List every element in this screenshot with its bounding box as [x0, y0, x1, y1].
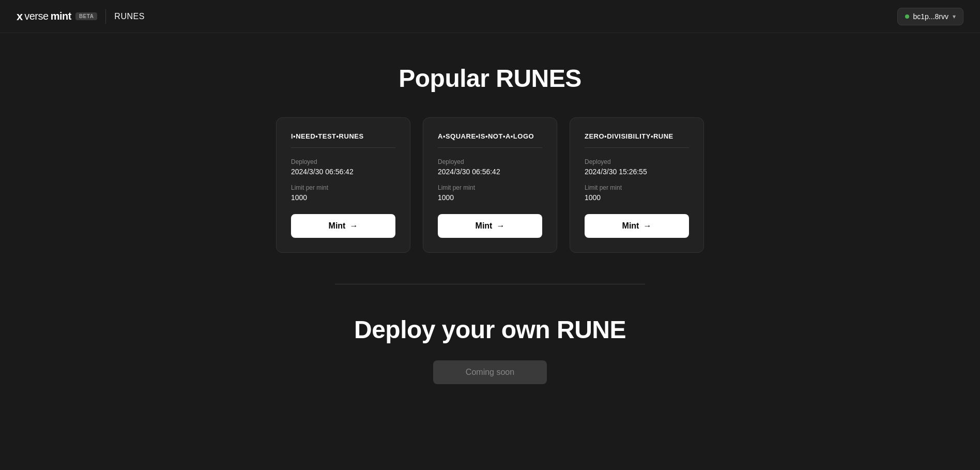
logo-verse: verse	[24, 10, 48, 22]
rune-card-1: A•SQUARE•IS•NOT•A•LOGO Deployed 2024/3/3…	[423, 117, 557, 253]
runes-cards-grid: I•NEED•TEST•RUNES Deployed 2024/3/30 06:…	[276, 117, 704, 253]
deployed-label-0: Deployed	[291, 158, 395, 165]
nav-runes-label: RUNES	[114, 12, 145, 21]
card-divider-0	[291, 147, 395, 148]
deployed-label-1: Deployed	[438, 158, 542, 165]
card-deployed-field-2: Deployed 2024/3/30 15:26:55	[585, 158, 689, 176]
main-content: Popular RUNES I•NEED•TEST•RUNES Deployed…	[0, 33, 980, 415]
chevron-down-icon: ▾	[953, 13, 956, 20]
card-deployed-field-0: Deployed 2024/3/30 06:56:42	[291, 158, 395, 176]
mint-button-label-0: Mint	[329, 221, 346, 231]
rune-card-2: ZERO•DIVISIBILITY•RUNE Deployed 2024/3/3…	[570, 117, 704, 253]
logo-area: xverse mint BETA	[17, 10, 97, 23]
card-deployed-field-1: Deployed 2024/3/30 06:56:42	[438, 158, 542, 176]
rune-card-0: I•NEED•TEST•RUNES Deployed 2024/3/30 06:…	[276, 117, 410, 253]
card-name-2: ZERO•DIVISIBILITY•RUNE	[585, 132, 689, 140]
limit-value-2: 1000	[585, 193, 689, 202]
deployed-date-2: 2024/3/30 15:26:55	[585, 168, 689, 176]
mint-button-1[interactable]: Mint →	[438, 214, 542, 238]
deploy-title: Deploy your own RUNE	[354, 315, 626, 344]
popular-runes-title: Popular RUNES	[399, 64, 581, 93]
wallet-status-dot	[905, 14, 909, 19]
limit-label-0: Limit per mint	[291, 184, 395, 191]
arrow-icon-2: →	[643, 221, 651, 231]
logo-text: xverse mint	[17, 10, 71, 23]
card-divider-1	[438, 147, 542, 148]
card-limit-field-0: Limit per mint 1000	[291, 184, 395, 202]
card-limit-field-1: Limit per mint 1000	[438, 184, 542, 202]
deployed-date-1: 2024/3/30 06:56:42	[438, 168, 542, 176]
wallet-address: bc1p...8rvv	[913, 12, 948, 21]
limit-value-0: 1000	[291, 193, 395, 202]
card-name-1: A•SQUARE•IS•NOT•A•LOGO	[438, 132, 542, 140]
card-divider-2	[585, 147, 689, 148]
header-left: xverse mint BETA RUNES	[17, 9, 145, 24]
card-limit-field-2: Limit per mint 1000	[585, 184, 689, 202]
mint-button-label-2: Mint	[622, 221, 639, 231]
coming-soon-button: Coming soon	[433, 360, 547, 384]
limit-label-1: Limit per mint	[438, 184, 542, 191]
header-divider	[105, 9, 106, 24]
deployed-label-2: Deployed	[585, 158, 689, 165]
beta-badge: BETA	[75, 12, 97, 20]
limit-value-1: 1000	[438, 193, 542, 202]
mint-button-2[interactable]: Mint →	[585, 214, 689, 238]
mint-button-0[interactable]: Mint →	[291, 214, 395, 238]
arrow-icon-1: →	[496, 221, 504, 231]
wallet-button[interactable]: bc1p...8rvv ▾	[897, 8, 963, 25]
section-divider	[335, 284, 645, 284]
mint-button-label-1: Mint	[476, 221, 493, 231]
limit-label-2: Limit per mint	[585, 184, 689, 191]
deployed-date-0: 2024/3/30 06:56:42	[291, 168, 395, 176]
app-header: xverse mint BETA RUNES bc1p...8rvv ▾	[0, 0, 980, 33]
logo-mint: mint	[51, 10, 71, 22]
arrow-icon-0: →	[349, 221, 358, 231]
card-name-0: I•NEED•TEST•RUNES	[291, 132, 395, 140]
logo-x: x	[17, 10, 22, 23]
deploy-section: Deploy your own RUNE Coming soon	[354, 315, 626, 384]
